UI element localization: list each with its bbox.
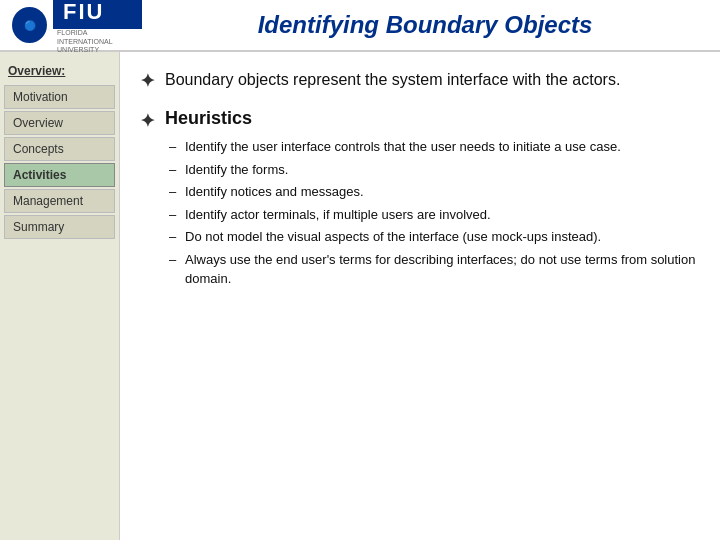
sub-bullet-2: Identify notices and messages. xyxy=(165,182,700,202)
logo-area: 🔵 FIU FLORIDA INTERNATIONALUNIVERSITY xyxy=(12,0,142,55)
sub-bullet-4: Do not model the visual aspects of the i… xyxy=(165,227,700,247)
sidebar: Overview: Motivation Overview Concepts A… xyxy=(0,52,120,540)
sidebar-item-motivation[interactable]: Motivation xyxy=(4,85,115,109)
logo-subtext: FLORIDA INTERNATIONALUNIVERSITY xyxy=(57,29,142,54)
heuristics-header: Heuristics xyxy=(165,108,700,129)
bullet-section-1: ✦ Boundary objects represent the system … xyxy=(140,68,700,92)
sub-bullet-1: Identify the forms. xyxy=(165,160,700,180)
sidebar-item-concepts[interactable]: Concepts xyxy=(4,137,115,161)
bullet-icon-1: ✦ xyxy=(140,70,155,92)
heuristics-section: Heuristics Identify the user interface c… xyxy=(165,108,700,292)
sidebar-item-activities[interactable]: Activities xyxy=(4,163,115,187)
main-layout: Overview: Motivation Overview Concepts A… xyxy=(0,52,720,540)
page-title: Identifying Boundary Objects xyxy=(142,11,708,39)
sub-bullets-list: Identify the user interface controls tha… xyxy=(165,137,700,289)
logo-text: FIU xyxy=(53,0,142,29)
sub-bullet-0: Identify the user interface controls tha… xyxy=(165,137,700,157)
header: 🔵 FIU FLORIDA INTERNATIONALUNIVERSITY Id… xyxy=(0,0,720,52)
sidebar-overview-label: Overview: xyxy=(0,60,119,84)
bullet-icon-2: ✦ xyxy=(140,110,155,132)
bullet-text-1: Boundary objects represent the system in… xyxy=(165,68,620,92)
bullet-section-2: ✦ Heuristics Identify the user interface… xyxy=(140,108,700,292)
sidebar-item-summary[interactable]: Summary xyxy=(4,215,115,239)
sidebar-item-overview[interactable]: Overview xyxy=(4,111,115,135)
sub-bullet-5: Always use the end user's terms for desc… xyxy=(165,250,700,289)
sub-bullet-3: Identify actor terminals, if multiple us… xyxy=(165,205,700,225)
sidebar-item-management[interactable]: Management xyxy=(4,189,115,213)
content-area: ✦ Boundary objects represent the system … xyxy=(120,52,720,540)
